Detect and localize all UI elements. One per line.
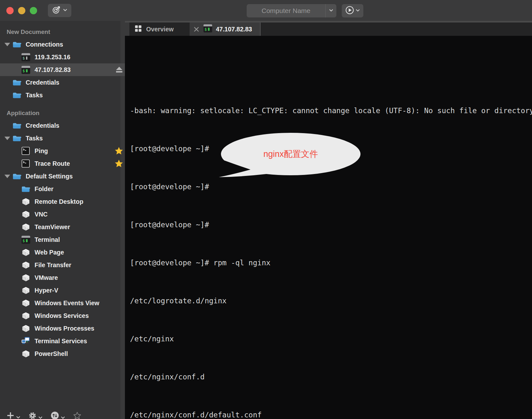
sidebar-item[interactable]: PowerShell	[0, 347, 125, 360]
sidebar-toolbar-button[interactable]	[6, 411, 21, 419]
run-command-button[interactable]	[342, 4, 363, 17]
sidebar-item[interactable]: Web Page	[0, 246, 125, 259]
window-titlebar	[0, 0, 532, 21]
terminal-icon: $	[21, 235, 30, 244]
eject-icon[interactable]	[115, 66, 123, 74]
star-icon[interactable]	[114, 146, 123, 155]
sidebar-item[interactable]: Connections	[0, 38, 125, 51]
package-icon	[21, 222, 30, 231]
sidebar-item[interactable]: Ping	[0, 145, 125, 157]
terminal-line: [root@develope ~]# rpm -ql nginx	[130, 258, 532, 268]
sidebar-item[interactable]: Windows Events View	[0, 297, 125, 309]
package-icon	[21, 299, 30, 307]
application-section-header: Application	[0, 107, 125, 119]
chevron-down-small-icon	[38, 415, 43, 419]
terminal-icon: $	[21, 65, 30, 74]
sidebar-item-label: Folder	[35, 185, 54, 193]
favorite-outline-icon	[73, 411, 81, 419]
sidebar-item[interactable]: VNC	[0, 208, 125, 221]
sidebar-item-label: Windows Events View	[35, 300, 99, 307]
tab-overview[interactable]: Overview	[129, 23, 190, 36]
terminal-view[interactable]: -bash: warning: setlocale: LC_CTYPE: can…	[125, 36, 532, 419]
sidebar-toolbar-button[interactable]	[73, 411, 81, 419]
sidebar-item-label: Tasks	[26, 92, 43, 99]
sidebar-item-label: Credentials	[26, 79, 59, 86]
folder-icon	[12, 134, 22, 143]
chevron-down-icon	[329, 8, 334, 14]
svg-text:$: $	[23, 56, 25, 61]
sidebar-item[interactable]: Folder	[0, 183, 125, 195]
folder-icon	[21, 184, 30, 193]
chevron-down-small-icon	[16, 415, 21, 419]
monitors-icon	[21, 337, 30, 345]
folder-icon	[12, 91, 22, 100]
sidebar-toolbar-button[interactable]	[50, 411, 65, 419]
sidebar-item-label: VNC	[35, 211, 48, 218]
add-icon	[6, 411, 15, 419]
sidebar-item[interactable]: Credentials	[0, 119, 125, 132]
sidebar-item[interactable]: Windows Processes	[0, 322, 125, 335]
sidebar-item[interactable]: Hyper-V	[0, 284, 125, 297]
package-icon	[21, 261, 30, 269]
sidebar-item[interactable]: File Transfer	[0, 259, 125, 271]
disclosure-triangle-icon[interactable]	[3, 43, 12, 46]
terminal-output: -bash: warning: setlocale: LC_CTYPE: can…	[125, 36, 532, 419]
sidebar-item-label: Remote Desktop	[35, 198, 83, 205]
chevron-down-icon	[355, 8, 360, 14]
sidebar-item-label: Hyper-V	[35, 287, 58, 294]
sidebar-item[interactable]: Default Settings	[0, 170, 125, 183]
terminal-line: [root@develope ~]#	[130, 220, 532, 229]
sidebar-item[interactable]: Terminal Services	[0, 335, 125, 347]
sidebar-item[interactable]: TeamViewer	[0, 221, 125, 233]
computer-name-input[interactable]	[247, 7, 325, 15]
computer-name-dropdown-button[interactable]	[326, 8, 336, 14]
sidebar-toolbar-button[interactable]	[28, 411, 43, 419]
tab-bar-spacer	[125, 23, 129, 36]
sync-icon	[50, 411, 59, 419]
zoom-window-button[interactable]	[30, 7, 37, 14]
computer-name-combo	[247, 4, 336, 17]
sidebar-item-label: Tasks	[26, 135, 43, 142]
sidebar-item[interactable]: Tasks	[0, 89, 125, 101]
svg-text:$: $	[204, 27, 207, 32]
tab-connection[interactable]: $ 47.107.82.83	[190, 23, 261, 36]
task-icon	[21, 159, 30, 168]
sidebar-item[interactable]: Credentials	[0, 76, 125, 89]
package-icon	[21, 248, 30, 257]
sidebar-item[interactable]: Tasks	[0, 132, 125, 145]
package-icon	[21, 349, 30, 358]
target-arrow-icon	[52, 5, 61, 16]
sidebar-item[interactable]: VMware	[0, 271, 125, 284]
sidebar-item[interactable]: $ Terminal	[0, 233, 125, 246]
sidebar-item[interactable]: Trace Route	[0, 157, 125, 170]
disclosure-triangle-icon[interactable]	[3, 175, 12, 178]
minimize-window-button[interactable]	[18, 7, 25, 14]
package-icon	[21, 286, 30, 295]
package-icon	[21, 324, 30, 333]
star-icon[interactable]	[114, 159, 123, 168]
settings-icon	[28, 411, 37, 419]
terminal-line: /etc/nginx/conf.d	[130, 372, 532, 382]
terminal-line: [root@develope ~]#	[130, 182, 532, 191]
sidebar-bottom-toolbar	[0, 409, 81, 419]
package-icon	[21, 311, 30, 320]
sidebar-item-label: Web Page	[35, 249, 64, 256]
sidebar-item-label: Connections	[26, 41, 63, 48]
sidebar-item-label: Terminal Services	[35, 338, 87, 345]
sidebar-item[interactable]: Windows Services	[0, 309, 125, 322]
connect-target-button[interactable]	[48, 4, 71, 17]
sidebar-item[interactable]: $ 47.107.82.83	[0, 63, 125, 76]
sidebar-item[interactable]: Remote Desktop	[0, 195, 125, 208]
sidebar-item-label: Default Settings	[26, 173, 73, 180]
folder-icon	[12, 78, 22, 87]
sidebar-item[interactable]: $ 119.3.253.16	[0, 51, 125, 63]
disclosure-triangle-icon[interactable]	[3, 137, 12, 140]
close-tab-icon[interactable]	[193, 26, 200, 33]
sidebar-item-label: Ping	[35, 147, 48, 155]
sidebar-item-label: VMware	[35, 274, 58, 281]
terminal-lines: -bash: warning: setlocale: LC_CTYPE: can…	[130, 68, 532, 419]
close-window-button[interactable]	[6, 7, 14, 14]
sidebar-item-label: Windows Services	[35, 312, 89, 319]
terminal-line: /etc/logrotate.d/nginx	[130, 296, 532, 306]
sidebar-item-label: PowerShell	[35, 350, 68, 358]
